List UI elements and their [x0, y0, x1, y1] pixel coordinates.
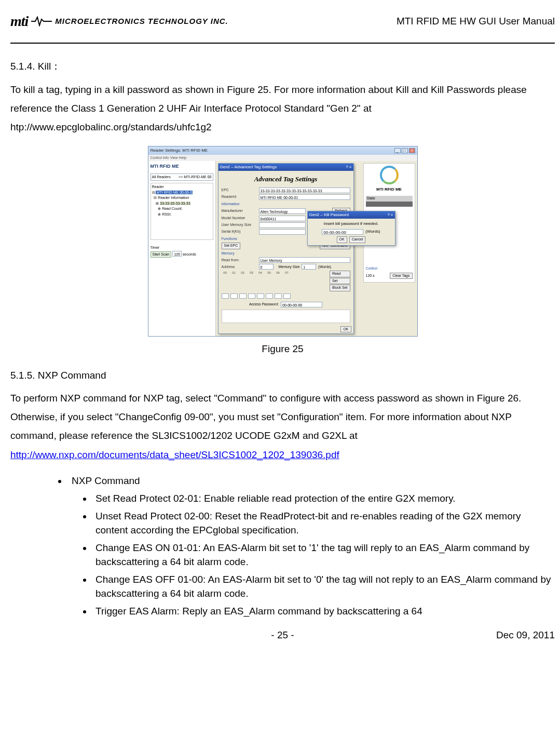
help-icon[interactable]: ? × [387, 212, 393, 218]
list-item: Change EAS ON 01-01: An EAS-Alarm bit se… [92, 541, 555, 569]
timer-area: Timer Start Scan 120 seconds [151, 245, 213, 258]
set-button[interactable]: Set [330, 278, 350, 285]
page-number: - 25 - [114, 628, 451, 643]
info-group-label: Information [222, 202, 350, 207]
screenshot-figure-25: Reader Settings: MTI RFID ME _ □ × Contr… [148, 146, 418, 337]
serial-field [259, 229, 306, 235]
start-scan-button[interactable]: Start Scan [151, 251, 172, 258]
reader-tree[interactable]: Reader ⊟ MTI RFID ME 00-00-0 ⊟ Reader In… [151, 183, 213, 240]
memory-byte-cells [222, 293, 350, 299]
kill-password-dialog: Gen2 – Kill Password ? × Insert kill pas… [307, 211, 395, 246]
memory-cell[interactable] [248, 293, 255, 299]
left-brand: MTI RFID ME [151, 163, 213, 170]
readfrom-label: Read from: [222, 258, 257, 263]
accesspw-label: Access Password: [249, 302, 279, 307]
left-panel: MTI RFID ME All Readers == MTI-RFID-ME 0… [148, 161, 216, 336]
page-footer: - 25 - Dec 09, 2011 [10, 628, 555, 643]
memory-byte-headers: 00 01 02 03 04 05 06 07 Read Set Block [222, 271, 350, 291]
usermem-field [259, 222, 306, 228]
memory-cell[interactable] [275, 293, 282, 299]
maximize-icon[interactable]: □ [402, 148, 408, 153]
memory-cell[interactable] [222, 293, 229, 299]
window-controls: _ □ × [394, 148, 415, 153]
menu-bar[interactable]: Control Info View Help [148, 155, 417, 162]
control-panel: Control 120 s Clear Tags [366, 266, 413, 280]
kill-password-field[interactable]: 00-00-00-00 [322, 229, 363, 235]
memory-cell[interactable] [283, 293, 291, 299]
minimize-icon[interactable]: _ [394, 148, 401, 153]
epc-label: EPC [222, 188, 257, 193]
figure-25-wrap: Reader Settings: MTI RFID ME _ □ × Contr… [10, 146, 555, 337]
byte-header: 04 [257, 271, 264, 291]
memsize-field[interactable]: 1 [302, 264, 316, 270]
model-label: Model Number [222, 216, 257, 221]
ok-button[interactable]: OK [340, 326, 351, 333]
memory-cell[interactable] [257, 293, 264, 299]
accesspw-field[interactable]: 00-00-00-00 [281, 302, 322, 307]
state-panel: State [366, 196, 413, 207]
serial-label: Serial #(Kb) [222, 229, 257, 235]
pulse-icon [31, 16, 52, 26]
logo-mark: mti [10, 10, 28, 32]
timer-unit: seconds [183, 252, 196, 256]
kill-cancel-button[interactable]: Cancel [349, 236, 366, 243]
advanced-tag-dialog: Gen2 – Advanced Tag Settings ? × Advance… [218, 163, 354, 334]
timer-value[interactable]: 120 [172, 251, 182, 257]
epc-field[interactable]: 33-33-33-33-33-33-33-33-33-33-33-33 [259, 188, 350, 193]
memsize-unit: (Words) [318, 264, 331, 270]
kill-ok-button[interactable]: OK [337, 236, 347, 243]
setepc-button[interactable]: Set EPC [222, 243, 241, 249]
manufacturer-field: Alien Technology [259, 208, 306, 214]
advanced-dialog-title: Gen2 – Advanced Tag Settings [220, 164, 277, 170]
combo-value: == MTI-RFID-ME 00 [179, 175, 211, 180]
byte-header: 03 [248, 271, 255, 291]
model-field: 0x600411 [259, 216, 306, 221]
list-item: Change EAS OFF 01-00: An EAS-Alarm bit s… [92, 572, 555, 601]
section-515-heading: 5.1.5. NXP Command [10, 368, 555, 383]
byte-header: 07 [283, 271, 291, 291]
kill-dialog-titlebar: Gen2 – Kill Password ? × [308, 211, 395, 219]
header-divider [10, 43, 555, 44]
log-area [222, 310, 350, 323]
main-window-titlebar: Reader Settings: MTI RFID ME _ □ × [148, 146, 417, 155]
memsize-label: Memory Size [279, 264, 300, 270]
help-icon[interactable]: ? × [346, 164, 351, 170]
kill-dialog-title: Gen2 – Kill Password [309, 212, 349, 218]
logo-text: MICROELECTRONICS TECHNOLOGY INC. [55, 16, 228, 28]
byte-header: 05 [266, 271, 273, 291]
manufacturer-label: Manufacturer [222, 208, 257, 214]
close-icon[interactable]: × [409, 148, 415, 153]
address-field[interactable]: 0 [259, 264, 274, 270]
byte-header: 00 [222, 271, 229, 291]
bullet-list-level2: Set Read Protect 02-01: Enable reliable … [92, 491, 555, 618]
readfrom-field[interactable]: User Memory [259, 257, 350, 263]
memory-cell[interactable] [230, 293, 238, 299]
list-item: Trigger EAS Alarm: Reply an EAS_Alarm co… [92, 604, 555, 619]
reader-dropdown[interactable]: All Readers == MTI-RFID-ME 00 [151, 173, 213, 181]
advanced-dialog-titlebar: Gen2 – Advanced Tag Settings ? × [218, 164, 353, 171]
control-header: Control [366, 266, 413, 272]
memory-group-label: Memory [222, 251, 350, 257]
list-item: Set Read Protect 02-01: Enable reliable … [92, 491, 555, 506]
memory-cell[interactable] [239, 293, 247, 299]
section-514-body: To kill a tag, typing in a kill password… [10, 81, 555, 137]
right-brand: MTI RFID ME [376, 186, 402, 193]
blockset-button[interactable]: Block Set [330, 285, 350, 291]
logo-block: mti MICROELECTRONICS TECHNOLOGY INC. [10, 10, 228, 32]
kill-unit: (Words) [365, 229, 380, 235]
readerid-label: ReaderId [222, 194, 257, 200]
page-header: mti MICROELECTRONICS TECHNOLOGY INC. MTI… [10, 10, 555, 32]
tree-group: Reader [152, 184, 212, 190]
section-515-body: To perform NXP command for NXP tag, sele… [10, 389, 555, 445]
memory-cell[interactable] [266, 293, 273, 299]
tree-readerinfo[interactable]: Reader Information [158, 196, 189, 199]
read-button[interactable]: Read [330, 271, 350, 277]
tree-tag[interactable]: 33-33-33-33-33-33 [160, 202, 190, 205]
cleartags-button[interactable]: Clear Tags [390, 273, 412, 279]
byte-header: 06 [275, 271, 282, 291]
tree-item-selected[interactable]: MTI RFID ME 00-00-0 [156, 191, 193, 194]
timer-label: Timer [151, 245, 213, 251]
tree-readcount: Read Count: [162, 207, 182, 210]
nxp-datasheet-link[interactable]: http://www.nxp.com/documents/data_sheet/… [10, 449, 339, 460]
tree-rssi: RSSI: [162, 212, 171, 216]
